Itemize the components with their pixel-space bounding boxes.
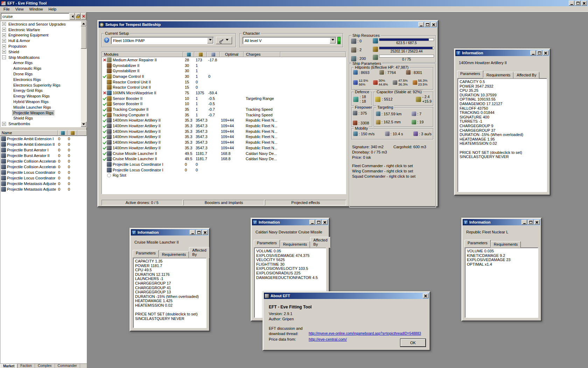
market-item-row[interactable]: Projectile Metastasis Adjuster II 0 0 <box>0 186 86 192</box>
minimize-button[interactable] <box>522 220 527 225</box>
discussion-link[interactable]: http://myeve.eve-online.com/ingameboard.… <box>309 332 427 335</box>
tree-item[interactable]: Armor Rigs <box>1 60 81 66</box>
parameter-line[interactable]: KINETICDAMAGE 9.2 <box>467 253 536 258</box>
parameter-line[interactable]: SINCELASTQUERY NEVER <box>460 155 545 159</box>
character-combo-dropdown[interactable] <box>330 38 336 43</box>
tree-item[interactable]: + Smartbombs <box>1 121 81 127</box>
bottom-tab[interactable]: Complex <box>35 364 55 368</box>
price-data-link[interactable]: http://eve-central.com/ <box>309 337 347 341</box>
close-button[interactable] <box>581 1 587 6</box>
cpu-column-header[interactable] <box>58 130 68 136</box>
tree-item[interactable]: + Hull & Armor <box>1 38 81 43</box>
parameter-line[interactable]: PRICE NOT SET (doubleclick to set) <box>460 150 545 155</box>
info-tab[interactable]: Parameters <box>457 70 483 78</box>
main-window-titlebar[interactable]: EFT - Eve Fitting Tool <box>0 0 588 6</box>
tree-item[interactable]: Shield Rigs <box>1 116 81 121</box>
maximize-button[interactable] <box>316 220 321 225</box>
scrollbar-thumb[interactable] <box>81 26 86 49</box>
scroll-down-button[interactable] <box>81 122 86 127</box>
search-lock-button[interactable] <box>75 13 80 20</box>
parameter-line[interactable]: FLIGHTTIME 30 <box>256 262 324 267</box>
minimize-button[interactable] <box>309 220 315 225</box>
parameter-line[interactable]: CAPACITY 1.35 <box>135 259 204 264</box>
tree-item[interactable]: Electronics Rigs <box>1 77 81 82</box>
info-tab[interactable]: Affected By <box>310 237 330 248</box>
parameter-line[interactable]: CPU 49.5 <box>135 268 204 272</box>
module-row[interactable]: Tracking Computer II 35 1 -0.7 Tracking … <box>102 107 346 112</box>
bottom-tab[interactable]: Commander <box>55 364 80 368</box>
tree-expand-box[interactable]: + <box>2 22 6 26</box>
projected-effects-panel[interactable]: Projected effects <box>265 200 346 205</box>
module-row[interactable]: Sensor Booster II 10 1 -0.5 Targeting Ra… <box>102 96 346 101</box>
market-item-row[interactable]: Projectile Burst Aerator I 0 0 <box>0 147 86 153</box>
market-item-row[interactable]: Projectile Locus Coordinator I 0 0 <box>0 170 86 175</box>
search-clear-button[interactable] <box>81 13 86 20</box>
parameter-line[interactable]: DAMAGEREDUCTIONFACTOR 4.5 <box>256 275 324 280</box>
tree-item[interactable]: Electronics Superiority Rigs <box>1 82 81 88</box>
info-tab[interactable]: Parameters <box>464 240 491 247</box>
market-item-row[interactable]: Projectile Metastasis Adjuster I 0 0 <box>0 181 86 186</box>
parameter-line[interactable]: LAUNCHERS -1 <box>135 277 204 281</box>
parameter-line[interactable]: HEATEMISSION 0.02 <box>460 141 545 146</box>
info-tab[interactable]: Requirements <box>491 241 521 248</box>
tree-expand-box[interactable]: + <box>2 50 6 54</box>
charges-column-header[interactable]: Charges <box>244 52 280 57</box>
parameter-line[interactable]: DURATION 10.37599 <box>460 93 545 97</box>
setup-combo[interactable]: Fleet 100km PIMP <box>111 37 214 44</box>
info-titlebar[interactable]: Information <box>131 229 209 236</box>
minimize-button[interactable] <box>190 230 195 235</box>
module-row[interactable]: 1400mm Howitzer Artillery II 35.3 3547.3… <box>102 145 346 151</box>
module-row[interactable]: 1400mm Howitzer Artillery II 35.3 3547.3… <box>102 118 346 123</box>
tree-item[interactable]: Projectile Weapon Rigs <box>1 110 81 116</box>
parameter-line[interactable]: HEATEMISSION 0.02 <box>135 303 204 308</box>
tree-item[interactable]: + Electronic Warfare <box>1 27 81 33</box>
tree-item[interactable]: + Engineering Equipment <box>1 33 81 38</box>
maximize-button[interactable] <box>196 230 202 235</box>
parameter-line[interactable]: SIGNATURE 400 <box>460 115 545 120</box>
boosters-implants-panel[interactable]: Boosters and Implants <box>183 200 265 205</box>
modules-column-header[interactable]: Modules <box>102 52 183 57</box>
parameter-line[interactable]: HEATDAMAGE 1.95 <box>460 137 545 142</box>
parameter-line[interactable]: OPTIMAL x1.4 <box>467 262 536 267</box>
fleet-commander-row[interactable]: Fleet Commander - right click to set <box>352 163 434 169</box>
maximize-button[interactable] <box>575 1 581 6</box>
about-titlebar[interactable]: About EFT <box>264 293 429 299</box>
market-item-row[interactable]: Projectile Ambit Extension I 0 0 <box>0 136 86 142</box>
tree-expand-box[interactable]: + <box>2 45 6 48</box>
module-row[interactable]: 1400mm Howitzer Artillery II 35.3 3547.3… <box>102 139 346 145</box>
module-row[interactable]: Cruise Missile Launcher II 49.5 1181.7 1… <box>102 151 346 156</box>
setups-titlebar[interactable]: Setups for Tempest Battleship <box>99 21 437 28</box>
parameter-line[interactable]: HEATDAMAGE 1.425 <box>135 299 204 303</box>
module-row[interactable]: Medium Armor Repairer II 28 173 -17.8 <box>102 57 346 63</box>
tree-item[interactable]: Astronautic Rigs <box>1 66 81 71</box>
module-row[interactable]: Projectile Locus Coordinator I 0 0 <box>102 162 346 167</box>
setup-tools-button[interactable] <box>216 37 232 44</box>
info-titlebar[interactable]: Information <box>463 219 540 225</box>
tree-expand-box[interactable]: - <box>2 55 6 59</box>
tree-item[interactable]: Drone Rigs <box>1 71 81 77</box>
module-row[interactable]: Rig Slot <box>102 172 346 178</box>
market-item-row[interactable]: Projectile Burst Aerator II 0 0 <box>0 153 86 158</box>
info-tab[interactable]: Parameters <box>254 240 280 247</box>
parameter-line[interactable]: CAPACITY 0.5 <box>460 80 545 84</box>
bottom-tab[interactable]: Faction <box>18 364 35 368</box>
module-row[interactable]: 1400mm Howitzer Artillery II 35.3 3547.3… <box>102 134 346 140</box>
wing-commander-row[interactable]: Wing Commander - right click to set <box>352 169 434 174</box>
module-row[interactable]: Projectile Locus Coordinator I 0 0 <box>102 167 346 173</box>
close-button[interactable] <box>534 220 540 225</box>
parameter-line[interactable]: CHARGEGROUP 17 <box>135 281 204 286</box>
powergrid-column-header[interactable] <box>68 130 77 136</box>
tree-item[interactable]: Missile Launcher Rigs <box>1 104 81 110</box>
parameter-line[interactable]: TRACKING 0.01844 <box>460 110 545 115</box>
info-tab[interactable]: Requirements <box>159 251 189 258</box>
parameter-line[interactable]: POWER 3547.2932 <box>460 84 545 89</box>
module-row[interactable]: Sensor Booster II 10 1 -0.5 <box>102 101 346 107</box>
close-button[interactable] <box>322 220 328 225</box>
character-combo[interactable]: All level V <box>243 37 336 44</box>
parameter-line[interactable]: CHARGEGROUP 41 <box>135 286 204 290</box>
parameter-line[interactable]: CHARGEGROUP 13 <box>135 290 204 294</box>
tree-expand-box[interactable]: + <box>2 122 6 126</box>
parameter-line[interactable] <box>460 146 545 150</box>
tree-item[interactable]: Energy Weapon Rigs <box>1 93 81 99</box>
parameter-line[interactable]: VOLUME 0.05 <box>256 249 324 253</box>
